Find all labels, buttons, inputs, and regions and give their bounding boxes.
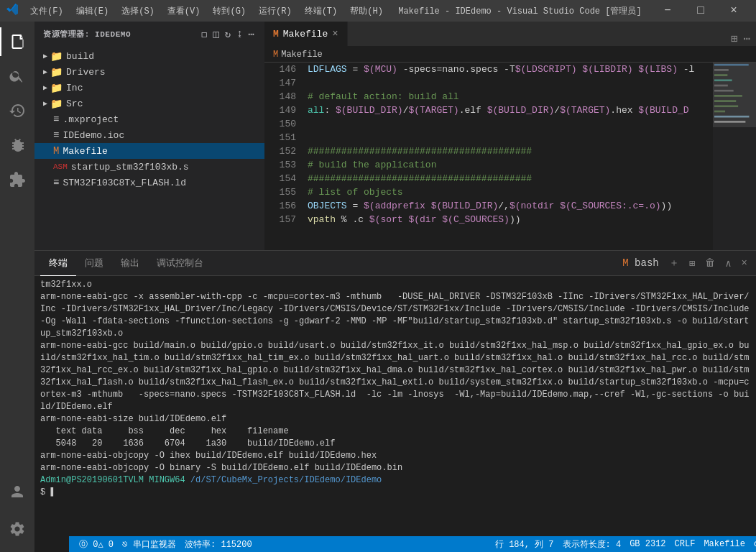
minimap: (function() { const c = document.getElem… <box>713 63 756 250</box>
file-icon: ≡ <box>53 129 59 141</box>
new-folder-icon[interactable]: ◫ <box>211 27 220 42</box>
more-icon[interactable]: ⋯ <box>247 27 256 42</box>
status-errors[interactable]: ⓪ 0△ 0 <box>75 538 118 551</box>
tree-item-label: startup_stm32f103xb.s <box>71 162 189 172</box>
serial-monitor-icon: ⎋ <box>122 539 128 550</box>
tree-item-label: Drivers <box>66 67 106 78</box>
activity-account[interactable] <box>0 474 34 509</box>
terminal-content[interactable]: tm32f1xx.o arm-none-eabi-gcc -x assemble… <box>34 276 756 552</box>
sidebar-header: 资源管理器: IDEDEMO ◻ ◫ ↻ ↨ ⋯ <box>34 22 264 47</box>
titlebar: 文件(F) 编辑(E) 选择(S) 查看(V) 转到(G) 运行(R) 终端(T… <box>0 0 756 22</box>
activity-git[interactable] <box>0 93 34 128</box>
more-tabs-icon[interactable]: ⋯ <box>743 32 750 46</box>
refresh-icon[interactable]: ↻ <box>223 27 232 42</box>
folder-icon: 📁 <box>50 82 63 94</box>
tab-makefile-label: Makefile <box>283 29 328 40</box>
activity-debug[interactable] <box>0 128 34 162</box>
linker-icon: ≡ <box>53 177 59 188</box>
tree-item-label: Inc <box>66 83 83 93</box>
tab-bar-right: ⊞ ⋯ <box>731 32 756 46</box>
settings-file-icon: ≡ <box>53 114 59 125</box>
terminal-split-icon[interactable]: ⊞ <box>686 256 698 271</box>
terminal-tab-right: M bash ＋ ⊞ 🗑 ∧ × <box>619 255 750 271</box>
terminal-tabs: 终端 问题 输出 调试控制台 M bash ＋ ⊞ 🗑 ∧ × <box>34 251 756 276</box>
activity-extensions[interactable] <box>0 162 34 197</box>
folder-icon: 📁 <box>50 50 63 63</box>
tree-item-label: build <box>66 51 94 62</box>
terminal-close-icon[interactable]: × <box>739 256 750 270</box>
close-button[interactable]: × <box>717 0 750 22</box>
status-position[interactable]: 行 184, 列 7 <box>491 538 558 551</box>
tree-item-ld[interactable]: ≡ STM32F103C8Tx_FLASH.ld <box>34 175 264 190</box>
editor-area: M Makefile × ⊞ ⋯ M Makefile 146 147 148 <box>264 22 756 250</box>
file-tree: ▶ 📁 build ▶ 📁 Drivers ▶ 📁 Inc ▶ 📁 <box>34 47 264 250</box>
collapse-icon[interactable]: ↨ <box>235 27 244 42</box>
code-content[interactable]: LDFLAGS = $(MCU) -specs=nano.specs -T$(L… <box>302 63 713 250</box>
tree-item-ioc[interactable]: ≡ IDEdemo.ioc <box>34 127 264 143</box>
terminal-tab-debug[interactable]: 调试控制台 <box>148 251 212 276</box>
sidebar-actions: ◻ ◫ ↻ ↨ ⋯ <box>200 27 256 42</box>
tab-makefile[interactable]: M Makefile × <box>264 22 348 46</box>
tree-item-makefile[interactable]: M Makefile <box>34 143 264 159</box>
tree-item-inc[interactable]: ▶ 📁 Inc <box>34 80 264 96</box>
titlebar-menu: 文件(F) 编辑(E) 选择(S) 查看(V) 转到(G) 运行(R) 终端(T… <box>24 4 389 19</box>
status-encoding[interactable]: GB 2312 <box>625 539 670 549</box>
activity-settings[interactable] <box>0 512 34 546</box>
sidebar: 资源管理器: IDEDEMO ◻ ◫ ↻ ↨ ⋯ ▶ 📁 build ▶ 📁 <box>34 22 264 250</box>
minimize-button[interactable]: − <box>651 0 684 22</box>
minimap-canvas <box>713 63 756 250</box>
tree-item-label: STM32F103C8Tx_FLASH.ld <box>63 178 186 188</box>
menu-help[interactable]: 帮助(H) <box>344 4 389 19</box>
status-tab-size[interactable]: 表示符长度: 4 <box>558 538 626 551</box>
terminal-tab-terminal[interactable]: 终端 <box>40 251 76 276</box>
status-serial[interactable]: ⎋ 串口监视器 <box>118 538 180 551</box>
tree-item-mxproject[interactable]: ≡ .mxproject <box>34 111 264 127</box>
tree-item-startup[interactable]: ASM startup_stm32f103xb.s <box>34 159 264 175</box>
terminal-chevron-up-icon[interactable]: ∧ <box>722 256 734 271</box>
status-sync-icon[interactable]: ⟳ <box>750 539 756 550</box>
titlebar-left: 文件(F) 编辑(E) 选择(S) 查看(V) 转到(G) 运行(R) 终端(T… <box>6 3 389 19</box>
tree-item-drivers[interactable]: ▶ 📁 Drivers <box>34 64 264 80</box>
asm-icon: ASM <box>53 162 68 171</box>
main-layout: 资源管理器: IDEDEMO ◻ ◫ ↻ ↨ ⋯ ▶ 📁 build ▶ 📁 <box>34 22 756 552</box>
layout-icon[interactable]: ⊞ <box>731 32 738 46</box>
editor-breadcrumb: M Makefile <box>264 47 756 63</box>
arrow-icon: ▶ <box>43 52 47 60</box>
terminal-tab-problems[interactable]: 问题 <box>76 251 112 276</box>
menu-view[interactable]: 查看(V) <box>162 4 206 19</box>
tree-item-label: Makefile <box>63 146 107 157</box>
add-terminal-icon[interactable]: ＋ <box>666 255 682 271</box>
folder-icon: 📁 <box>50 98 63 110</box>
menu-select[interactable]: 选择(S) <box>116 4 160 19</box>
terminal-tab-output[interactable]: 输出 <box>112 251 148 276</box>
tab-makefile-icon: M <box>273 29 279 40</box>
menu-goto[interactable]: 转到(G) <box>207 4 252 19</box>
statusbar: ⓪ 0△ 0 ⎋ 串口监视器 波特率: 115200 行 184, 列 7 表示… <box>69 536 756 552</box>
top-area: 资源管理器: IDEDEMO ◻ ◫ ↻ ↨ ⋯ ▶ 📁 build ▶ 📁 <box>34 22 756 250</box>
tree-item-src[interactable]: ▶ 📁 Src <box>34 96 264 111</box>
activity-search[interactable] <box>0 59 34 93</box>
breadcrumb-text: Makefile <box>281 50 323 60</box>
status-baudrate[interactable]: 波特率: 115200 <box>180 538 257 551</box>
editor-content[interactable]: 146 147 148 149 150 151 152 153 154 155 … <box>264 63 756 250</box>
tree-item-build[interactable]: ▶ 📁 build <box>34 48 264 64</box>
menu-file[interactable]: 文件(F) <box>24 4 69 19</box>
activity-explorer[interactable] <box>0 24 34 59</box>
tree-item-label: Src <box>66 98 83 109</box>
activitybar <box>0 22 34 552</box>
menu-run[interactable]: 运行(R) <box>253 4 298 19</box>
titlebar-title: Makefile - IDEdemo - Visual Studio Code … <box>389 5 651 17</box>
menu-edit[interactable]: 编辑(E) <box>70 4 115 19</box>
maximize-button[interactable]: □ <box>684 0 717 22</box>
status-language[interactable]: Makefile <box>699 539 750 549</box>
tree-item-label: IDEdemo.ioc <box>63 130 124 141</box>
tab-close-icon[interactable]: × <box>332 28 338 40</box>
new-file-icon[interactable]: ◻ <box>200 27 208 42</box>
status-line-ending[interactable]: CRLF <box>670 539 700 549</box>
sidebar-title: 资源管理器: IDEDEMO <box>43 29 131 40</box>
terminal-trash-icon[interactable]: 🗑 <box>702 256 718 270</box>
terminal-area: 终端 问题 输出 调试控制台 M bash ＋ ⊞ 🗑 ∧ × tm32f1xx… <box>34 250 756 552</box>
status-right: 行 184, 列 7 表示符长度: 4 GB 2312 CRLF Makefil… <box>491 538 756 551</box>
arrow-icon: ▶ <box>43 68 47 76</box>
menu-terminal[interactable]: 终端(T) <box>299 4 344 19</box>
